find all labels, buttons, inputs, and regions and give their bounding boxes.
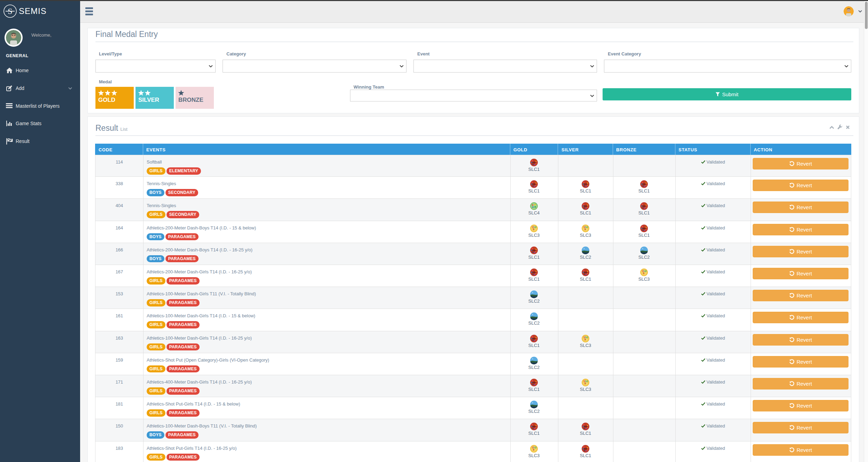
svg-text:D: D [587, 226, 588, 228]
svg-text:3: 3 [584, 382, 586, 385]
svg-text:D: D [587, 380, 588, 383]
svg-text:D: D [535, 226, 537, 228]
svg-text:D: D [645, 270, 647, 272]
svg-text:D: D [587, 336, 588, 338]
svg-text:D: D [535, 446, 537, 448]
svg-text:3: 3 [643, 272, 645, 275]
svg-text:3: 3 [533, 448, 535, 451]
svg-text:3: 3 [584, 228, 586, 231]
svg-text:3: 3 [584, 338, 586, 341]
svg-text:3: 3 [533, 228, 535, 231]
